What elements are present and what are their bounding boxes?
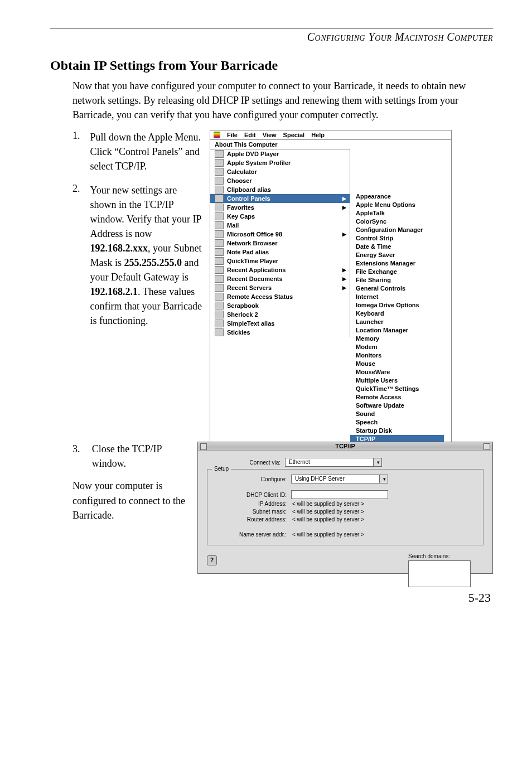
control-panel-item[interactable]: MouseWare [350,368,444,376]
apple-menu-item[interactable]: Mail [210,221,350,230]
apple-menu-item-label: Scrapbook [227,302,259,309]
menu-view[interactable]: View [263,132,277,138]
screenshot-tcpip-window: TCP/IP Connect via: Ethernet Setup Confi… [197,442,493,574]
running-head: Configuring Your Macintosh Computer [50,31,493,43]
apple-menu-item[interactable]: Key Caps [210,212,350,221]
apple-menu-item[interactable]: Sherlock 2 [210,310,350,319]
app-icon [215,275,224,283]
apple-menu-item-label: SimpleText alias [227,320,274,327]
app-icon [215,212,224,220]
apple-menu-item[interactable]: Clipboard alias [210,185,350,194]
apple-menu-item[interactable]: Recent Servers [210,283,350,292]
apple-menu-item[interactable]: Control Panels [210,194,350,203]
app-icon [215,168,224,176]
apple-menu-item[interactable]: Microsoft Office 98 [210,230,350,239]
menu-file[interactable]: File [227,132,238,138]
apple-logo-icon[interactable] [214,132,220,138]
apple-menu-item-label: Calculator [227,168,257,175]
apple-menu-item[interactable]: Remote Access Status [210,292,350,301]
apple-menu-item-label: Note Pad alias [227,249,269,255]
apple-menu-item-label: Microsoft Office 98 [227,231,282,238]
control-panel-item[interactable]: Remote Access [350,393,444,401]
control-panel-item[interactable]: Iomega Drive Options [350,301,444,309]
control-panel-item[interactable]: Extensions Manager [350,259,444,268]
control-panel-item[interactable]: Mouse [350,360,444,368]
app-icon [215,239,224,247]
configure-label: Configure: [213,476,291,482]
apple-menu-item-label: Mail [227,222,239,229]
apple-menu-item[interactable]: Stickies [210,328,350,337]
about-this-computer[interactable]: About This Computer [210,140,350,149]
control-panels-submenu: AppearanceApple Menu OptionsAppleTalkCol… [350,192,444,443]
page-number: 5-23 [50,591,493,605]
control-panel-item[interactable]: Multiple Users [350,376,444,385]
apple-menu-item-label: Recent Documents [227,275,283,282]
search-domains-group: Search domains: [408,553,471,587]
app-icon [215,230,224,238]
apple-menu-item[interactable]: Recent Applications [210,265,350,274]
apple-menu-item[interactable]: Scrapbook [210,301,350,310]
control-panel-item[interactable]: Modem [350,343,444,351]
app-icon [215,257,224,265]
control-panel-item[interactable]: Internet [350,293,444,301]
apple-menu-item-label: Favorites [227,204,254,211]
control-panel-item[interactable]: File Sharing [350,276,444,284]
control-panel-item[interactable]: Energy Saver [350,251,444,259]
apple-menu-item[interactable]: Calculator [210,167,350,176]
control-panel-item[interactable]: QuickTime™ Settings [350,385,444,393]
app-icon [215,302,224,309]
app-icon [215,311,224,318]
app-icon [215,186,224,194]
apple-menu-item[interactable]: Apple System Profiler [210,158,350,167]
control-panel-item[interactable]: Keyboard [350,309,444,318]
control-panel-item[interactable]: Launcher [350,318,444,326]
router-label: Router address: [213,516,291,523]
step-2-gw: 192.168.2.1 [90,286,138,297]
zoom-icon[interactable] [483,443,490,450]
control-panel-item[interactable]: Location Manager [350,326,444,335]
control-panel-item[interactable]: Configuration Manager [350,226,444,234]
setup-legend: Setup [212,466,231,472]
menu-edit[interactable]: Edit [244,132,256,138]
menu-special[interactable]: Special [283,132,305,138]
dhcp-client-input[interactable] [291,490,388,499]
control-panel-item[interactable]: Startup Disk [350,427,444,435]
connect-via-select[interactable]: Ethernet [285,458,382,467]
close-icon[interactable] [200,443,207,450]
app-icon [215,159,224,167]
control-panel-item[interactable]: Software Update [350,401,444,410]
apple-menu-item[interactable]: Network Browser [210,239,350,248]
control-panel-item[interactable]: Memory [350,335,444,343]
apple-menu-item-label: Chooser [227,177,252,184]
apple-menu-item[interactable]: Apple DVD Player [210,149,350,158]
control-panel-item[interactable]: Apple Menu Options [350,201,444,209]
apple-menu-item[interactable]: Note Pad alias [210,248,350,257]
apple-menu-item[interactable]: Favorites [210,203,350,212]
control-panel-item[interactable]: File Exchange [350,268,444,276]
control-panel-item[interactable]: Date & Time [350,243,444,251]
apple-menu-item[interactable]: Recent Documents [210,274,350,283]
control-panel-item[interactable]: Monitors [350,351,444,360]
apple-menu-item[interactable]: SimpleText alias [210,319,350,328]
control-panel-item[interactable]: Appearance [350,192,444,201]
control-panel-item[interactable]: AppleTalk [350,209,444,217]
control-panel-item[interactable]: Control Strip [350,234,444,243]
connect-via-label: Connect via: [207,459,285,466]
conclusion: Now your computer is configured to conne… [72,478,191,522]
app-icon [215,248,224,256]
control-panel-item[interactable]: Sound [350,410,444,418]
configure-select[interactable]: Using DHCP Server [291,475,388,483]
control-panel-item[interactable]: ColorSync [350,217,444,226]
apple-menu-item[interactable]: Chooser [210,176,350,185]
section-title: Obtain IP Settings from Your Barricade [50,58,493,73]
menu-help[interactable]: Help [311,132,325,138]
control-panel-item[interactable]: Speech [350,418,444,427]
step-1: 1. Pull down the Apple Menu. Click “Cont… [72,130,204,173]
tcpip-titlebar: TCP/IP [198,442,492,451]
app-icon [215,177,224,185]
search-domains-input[interactable] [408,560,471,587]
nameserver-label: Name server addr.: [213,531,291,538]
apple-menu-item[interactable]: QuickTime Player [210,257,350,265]
control-panel-item[interactable]: General Controls [350,284,444,293]
info-button[interactable]: ? [207,555,217,565]
